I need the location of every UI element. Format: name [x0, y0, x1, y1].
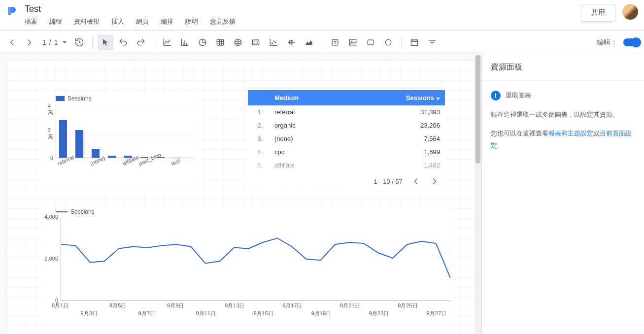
scorecard-icon[interactable]: 2.1 — [248, 34, 264, 50]
svg-point-18 — [272, 42, 273, 43]
line-chart-plot: 02,0004,000 — [61, 217, 450, 301]
svg-text:2.1: 2.1 — [254, 41, 259, 44]
legend-label: Sessions — [68, 95, 92, 102]
table-row[interactable]: 3.(none)7,564 — [248, 132, 445, 145]
menu-data-view[interactable]: 資料檢視 — [74, 17, 100, 26]
page-current: 1 — [42, 38, 46, 46]
svg-point-20 — [275, 42, 276, 43]
table-widget[interactable]: Medium Sessions 1.referral31,3932.organi… — [248, 90, 445, 191]
svg-point-30 — [386, 39, 392, 45]
nav-next-button[interactable] — [22, 34, 37, 50]
info-icon: i — [491, 91, 501, 100]
table-footer: 1 - 10 / 57 — [248, 172, 445, 191]
line-chart-widget[interactable]: Sessions 02,0004,000 9月1日9月5日9月9日9月13日9月… — [41, 208, 450, 334]
text-icon[interactable] — [327, 34, 343, 50]
separator — [92, 35, 93, 49]
menu-insert[interactable]: 插入 — [111, 17, 124, 26]
legend-swatch-icon — [56, 96, 65, 101]
report-theme-settings-link[interactable]: 報表和主題設定 — [548, 130, 593, 137]
geo-chart-icon[interactable] — [230, 34, 246, 50]
page-next-button[interactable] — [429, 176, 440, 187]
table-row[interactable]: 5.affiliate1,482 — [248, 159, 445, 172]
separator — [154, 35, 154, 49]
nav-prev-button[interactable] — [4, 34, 20, 50]
line-chart-xaxis: 9月1日9月5日9月9日9月13日9月17日9月21日9月25日9月3日9月7日… — [61, 301, 450, 321]
svg-point-28 — [351, 41, 353, 42]
chevron-down-icon — [63, 41, 67, 43]
title-area: Test 檔案 編輯 資料檢視 插入 網頁 編排 說明 意見反饋 — [25, 4, 581, 26]
bar-chart-plot: 02萬4萬 — [56, 104, 194, 158]
menu-file[interactable]: 檔案 — [25, 17, 37, 26]
circle-icon[interactable] — [380, 34, 396, 50]
menu-page[interactable]: 網頁 — [136, 17, 149, 26]
document-title[interactable]: Test — [25, 4, 581, 14]
panel-text: 或 — [593, 130, 600, 137]
bar-chart-icon[interactable] — [177, 34, 193, 50]
table-row[interactable]: 4.cpc1,699 — [248, 145, 445, 159]
panel-text: 。 — [497, 142, 504, 149]
menu-help[interactable]: 說明 — [185, 17, 198, 26]
col-sessions[interactable]: Sessions — [386, 90, 445, 105]
col-medium[interactable]: Medium — [272, 90, 386, 105]
avatar[interactable] — [622, 4, 638, 20]
select-tool-icon[interactable] — [98, 34, 113, 50]
date-range-icon[interactable] — [407, 34, 422, 50]
table-body: 1.referral31,3932.organic23,2063.(none)7… — [248, 105, 445, 172]
svg-rect-6 — [217, 39, 224, 45]
panel-text: 您也可以在這裡查看 — [491, 130, 548, 137]
resource-panel: 資源面板 i 選取圖表 請在這裡選取一或多個圖表，以設定其資源。 您也可以在這裡… — [481, 54, 644, 334]
separator — [322, 35, 322, 49]
panel-paragraph-2: 您也可以在這裡查看報表和主題設定或目前頁面設定。 — [491, 128, 635, 152]
pagination-range: 1 - 10 / 57 — [373, 178, 403, 185]
page-prev-button[interactable] — [410, 176, 421, 187]
toolbar: 1 / 1 2.1 編輯： — [0, 31, 644, 54]
rectangle-icon[interactable] — [363, 34, 378, 50]
bullet-chart-icon[interactable] — [283, 34, 299, 50]
legend-line-icon — [56, 211, 68, 212]
table-row[interactable]: 1.referral31,393 — [248, 105, 445, 119]
main: Sessions 02萬4萬 referral(none)affiliatepo… — [0, 54, 644, 334]
menu-feedback[interactable]: 意見反饋 — [210, 17, 236, 26]
panel-info-label: 選取圖表 — [506, 90, 531, 102]
menu-arrange[interactable]: 編排 — [161, 17, 173, 26]
table-chart-icon[interactable] — [212, 34, 228, 50]
redo-icon[interactable] — [133, 34, 149, 50]
page-indicator[interactable]: 1 / 1 — [42, 38, 67, 46]
bar-chart-widget[interactable]: Sessions 02萬4萬 referral(none)affiliatepo… — [41, 95, 199, 189]
panel-info-row: i 選取圖表 — [491, 90, 635, 102]
panel-title: 資源面板 — [482, 54, 644, 81]
panel-paragraph-1: 請在這裡選取一或多個圖表，以設定其資源。 — [491, 109, 635, 121]
share-button[interactable]: 共用 — [581, 4, 615, 22]
area-chart-icon[interactable] — [301, 34, 317, 50]
line-chart-icon[interactable] — [159, 34, 175, 50]
app-logo-icon — [6, 5, 18, 17]
history-icon[interactable] — [71, 34, 87, 50]
scrollbar-thumb[interactable] — [475, 55, 480, 164]
image-icon[interactable] — [345, 34, 361, 50]
panel-body: i 選取圖表 請在這裡選取一或多個圖表，以設定其資源。 您也可以在這裡查看報表和… — [482, 81, 644, 161]
svg-rect-31 — [411, 40, 418, 46]
edit-mode-toggle[interactable] — [623, 38, 640, 46]
table-header[interactable]: Medium Sessions — [248, 90, 445, 105]
filter-icon[interactable] — [424, 34, 440, 50]
table-row[interactable]: 2.organic23,206 — [248, 119, 445, 132]
legend-label: Sessions — [70, 208, 95, 215]
sort-desc-icon — [436, 98, 440, 100]
separator — [401, 35, 402, 49]
bar-chart-legend: Sessions — [56, 95, 199, 102]
pie-chart-icon[interactable] — [195, 34, 210, 50]
bar-chart-xaxis: referral(none)affiliatepost_blogtest — [56, 158, 194, 178]
line-chart-legend: Sessions — [56, 208, 450, 215]
page-sep: / — [49, 38, 51, 46]
scatter-chart-icon[interactable] — [266, 34, 281, 50]
menu-edit[interactable]: 編輯 — [49, 17, 62, 26]
canvas-wrap: Sessions 02萬4萬 referral(none)affiliatepo… — [0, 54, 481, 334]
page-total: 1 — [54, 38, 58, 46]
edit-mode-label: 編輯： — [597, 38, 617, 47]
svg-rect-29 — [368, 40, 374, 45]
app-header: Test 檔案 編輯 資料檢視 插入 網頁 編排 說明 意見反饋 共用 — [0, 0, 644, 31]
svg-point-19 — [273, 40, 274, 41]
vertical-scrollbar[interactable] — [475, 54, 481, 334]
undo-icon[interactable] — [115, 34, 131, 50]
report-canvas[interactable]: Sessions 02萬4萬 referral(none)affiliatepo… — [6, 60, 475, 334]
